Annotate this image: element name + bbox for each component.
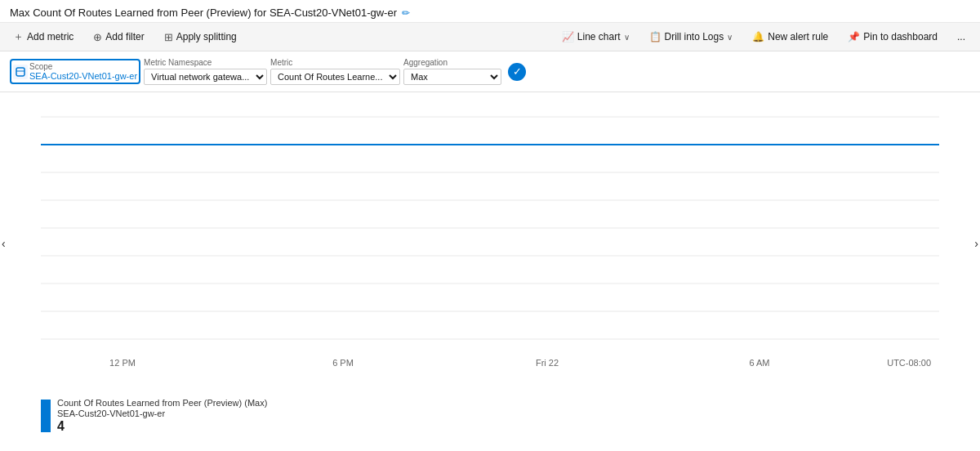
apply-splitting-label: Apply splitting xyxy=(176,31,237,42)
chart-legend: Count Of Routes Learned from Peer (Previ… xyxy=(0,395,980,434)
toolbar: ＋ Add metric ⊕ Add filter ⊞ Apply splitt… xyxy=(0,23,980,51)
legend-color-bar xyxy=(41,400,51,432)
namespace-label: Metric Namespace xyxy=(144,58,267,67)
drill-logs-icon: 📋 xyxy=(649,31,662,42)
scope-label: Scope xyxy=(29,62,137,71)
aggregation-select[interactable]: Max xyxy=(403,69,501,85)
legend-value: 4 xyxy=(57,419,267,434)
metric-confirm-button[interactable]: ✓ xyxy=(508,63,526,81)
legend-text: Count Of Routes Learned from Peer (Previ… xyxy=(57,398,267,434)
line-chart-icon: 📈 xyxy=(562,31,574,42)
namespace-select[interactable]: Virtual network gatewa... xyxy=(144,69,267,85)
svg-text:Fri 22: Fri 22 xyxy=(536,358,559,368)
chart-container: ‹ › 4.50 4 3.50 3 2.50 2 1.50 1 0.50 0 1… xyxy=(0,92,980,395)
scope-group: Scope SEA-Cust20-VNet01-gw-er xyxy=(29,62,137,81)
svg-text:12 PM: 12 PM xyxy=(109,358,136,368)
svg-text:6 PM: 6 PM xyxy=(332,358,354,368)
checkmark-icon: ✓ xyxy=(513,65,522,78)
drill-into-logs-button[interactable]: 📋 Drill into Logs ∨ xyxy=(644,29,738,44)
metric-select[interactable]: Count Of Routes Learne... xyxy=(270,69,400,85)
apply-splitting-button[interactable]: ⊞ Apply splitting xyxy=(161,29,240,45)
scope-value[interactable]: SEA-Cust20-VNet01-gw-er xyxy=(29,71,137,81)
page-title: Max Count Of Routes Learned from Peer (P… xyxy=(10,7,397,19)
plus-icon: ＋ xyxy=(13,29,24,44)
pin-to-dashboard-button[interactable]: 📌 Pin to dashboard xyxy=(843,29,942,44)
pin-icon: 📌 xyxy=(848,31,860,42)
add-filter-button[interactable]: ⊕ Add filter xyxy=(90,29,147,45)
ellipsis-icon: ... xyxy=(957,31,965,42)
new-alert-rule-button[interactable]: 🔔 New alert rule xyxy=(747,29,833,44)
metric-field: Metric Count Of Routes Learne... xyxy=(270,58,400,85)
add-metric-label: Add metric xyxy=(27,31,74,42)
edit-icon[interactable]: ✏ xyxy=(402,7,410,19)
toolbar-left: ＋ Add metric ⊕ Add filter ⊞ Apply splitt… xyxy=(10,28,240,46)
new-alert-rule-label: New alert rule xyxy=(768,31,828,42)
aggregation-label: Aggregation xyxy=(403,58,501,67)
svg-text:6 AM: 6 AM xyxy=(749,358,769,368)
line-chart-label: Line chart xyxy=(577,31,621,42)
chart-nav-right[interactable]: › xyxy=(974,237,978,250)
line-chart-chevron: ∨ xyxy=(624,33,630,42)
alert-icon: 🔔 xyxy=(752,31,764,42)
line-chart-button[interactable]: 📈 Line chart ∨ xyxy=(557,29,635,44)
metric-label: Metric xyxy=(270,58,400,67)
drill-logs-chevron: ∨ xyxy=(727,33,733,42)
filter-icon: ⊕ xyxy=(93,31,102,43)
chart-nav-left[interactable]: ‹ xyxy=(2,237,6,250)
add-filter-label: Add filter xyxy=(105,31,144,42)
metric-row: Scope SEA-Cust20-VNet01-gw-er Metric Nam… xyxy=(0,51,980,92)
scope-wrapper: Scope SEA-Cust20-VNet01-gw-er xyxy=(10,59,140,84)
pin-to-dashboard-label: Pin to dashboard xyxy=(863,31,938,42)
legend-title: Count Of Routes Learned from Peer (Previ… xyxy=(57,398,267,408)
chart-svg: 4.50 4 3.50 3 2.50 2 1.50 1 0.50 0 12 PM… xyxy=(41,92,939,370)
svg-rect-0 xyxy=(16,68,24,76)
namespace-field: Metric Namespace Virtual network gatewa.… xyxy=(144,58,267,85)
svg-text:UTC-08:00: UTC-08:00 xyxy=(887,358,931,368)
toolbar-right: 📈 Line chart ∨ 📋 Drill into Logs ∨ 🔔 New… xyxy=(557,29,970,44)
legend-subtitle: SEA-Cust20-VNet01-gw-er xyxy=(57,409,267,418)
aggregation-field: Aggregation Max xyxy=(403,58,501,85)
more-options-button[interactable]: ... xyxy=(952,29,970,44)
split-icon: ⊞ xyxy=(164,31,173,43)
drill-into-logs-label: Drill into Logs xyxy=(665,31,724,42)
add-metric-button[interactable]: ＋ Add metric xyxy=(10,28,77,46)
page-header: Max Count Of Routes Learned from Peer (P… xyxy=(0,0,980,23)
scope-icon xyxy=(13,65,28,79)
